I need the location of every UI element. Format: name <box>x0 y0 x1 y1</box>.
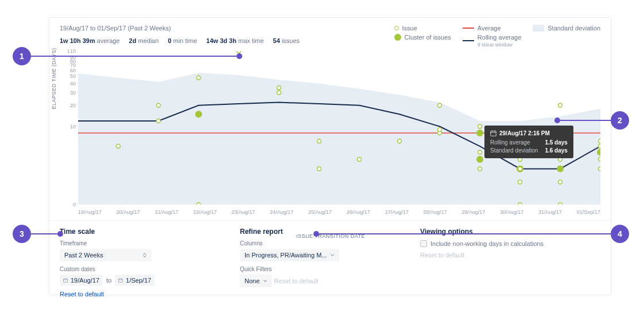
y-tick: 50 <box>70 73 76 79</box>
svg-point-35 <box>558 103 562 107</box>
filters-value: None <box>245 277 259 284</box>
to-date-value: 1/Sep/17 <box>126 277 151 284</box>
chart-area[interactable]: ELAPSED TIME (DAYS) 01020304050607080901… <box>60 51 602 223</box>
svg-point-9 <box>157 103 161 107</box>
select-arrows-icon <box>142 253 147 257</box>
from-date-value: 19/Aug/17 <box>71 277 99 284</box>
header-row: 19/Aug/17 to 01/Sep/17 (Past 2 Weeks) Is… <box>60 25 600 48</box>
svg-point-1 <box>476 156 483 163</box>
stat-average-lbl: average <box>97 37 120 44</box>
x-ticks: 19/Aug/1720/Aug/1721/Aug/1722/Aug/1723/A… <box>78 209 600 215</box>
legend-rolling-sub: 9 issue window <box>478 42 521 48</box>
x-tick: 28/Aug/17 <box>423 209 447 215</box>
svg-point-14 <box>277 86 281 90</box>
svg-point-39 <box>599 139 601 143</box>
custom-dates-label: Custom dates <box>60 266 240 272</box>
stdev-icon <box>533 25 544 32</box>
callout-2-badge: 2 <box>611 111 629 130</box>
svg-point-36 <box>599 167 601 171</box>
x-tick: 19/Aug/17 <box>78 209 102 215</box>
svg-point-37 <box>599 158 601 162</box>
x-tick: 29/Aug/17 <box>461 209 485 215</box>
svg-point-28 <box>518 167 522 171</box>
y-tick: 40 <box>70 81 76 87</box>
callout-3-badge: 3 <box>13 225 31 243</box>
svg-point-23 <box>478 167 482 171</box>
tooltip-row2-label: Standard deviation <box>490 147 538 154</box>
svg-point-11 <box>197 76 201 80</box>
svg-point-32 <box>558 180 562 184</box>
x-tick: 20/Aug/17 <box>117 209 140 215</box>
y-tick: 0 <box>73 202 76 208</box>
svg-point-16 <box>317 167 321 171</box>
tooltip-row1-value: 1.5 days <box>545 139 567 146</box>
columns-value: In Progress, PR/Awaiting M... <box>245 252 327 259</box>
svg-point-26 <box>518 203 522 205</box>
svg-rect-44 <box>64 279 68 282</box>
cluster-icon <box>394 34 401 41</box>
callout-3: 3 <box>13 225 63 243</box>
svg-point-12 <box>197 203 201 205</box>
to-label: to <box>106 277 111 284</box>
columns-select[interactable]: In Progress, PR/Awaiting M... <box>240 249 339 261</box>
x-tick: 22/Aug/17 <box>193 209 216 215</box>
chevron-down-icon <box>263 279 267 283</box>
legend-stdev: Standard deviation <box>548 25 600 32</box>
svg-point-18 <box>358 158 362 162</box>
filters-select[interactable]: None <box>240 275 272 287</box>
x-tick: 01/Sep/17 <box>577 209 600 215</box>
callout-4-badge: 4 <box>611 225 629 243</box>
svg-point-2 <box>476 130 483 136</box>
from-date-input[interactable]: 19/Aug/17 <box>60 275 103 286</box>
stat-median-lbl: median <box>138 37 159 44</box>
x-tick: 31/Aug/17 <box>538 209 562 215</box>
x-tick: 24/Aug/17 <box>270 209 293 215</box>
y-tick: 60 <box>70 68 76 73</box>
svg-point-27 <box>518 180 522 184</box>
tooltip-row2-value: 1.6 days <box>545 147 567 154</box>
x-tick: 21/Aug/17 <box>155 209 179 215</box>
y-tick: 20 <box>70 103 76 108</box>
stats-row: 1w 10h 39m average 2d median 0 min time … <box>60 37 300 44</box>
calendar-icon <box>490 130 496 136</box>
issue-icon <box>394 26 399 30</box>
svg-point-0 <box>195 111 202 118</box>
legend-cluster: Cluster of issues <box>405 34 451 41</box>
legend-average: Average <box>478 25 501 32</box>
callout-2: 2 <box>554 111 629 130</box>
tooltip-date: 29/Aug/17 2:16 PM <box>499 130 550 136</box>
svg-point-19 <box>398 139 402 143</box>
x-tick: 25/Aug/17 <box>308 209 332 215</box>
stat-issues-lbl: issues <box>282 37 300 44</box>
stat-max-lbl: max time <box>238 37 264 44</box>
chart-legend: Issue Cluster of issues Average Rolling … <box>394 25 600 48</box>
legend-rolling: Rolling average <box>478 34 521 41</box>
rolling-icon <box>463 40 474 41</box>
timeframe-select[interactable]: Past 2 Weeks <box>60 249 152 261</box>
legend-issue: Issue <box>402 25 417 32</box>
svg-point-24 <box>478 150 482 154</box>
chart-tooltip: 29/Aug/17 2:16 PM Rolling average1.5 day… <box>484 126 573 158</box>
time-scale-col: Time scale Timeframe Past 2 Weeks Custom… <box>60 228 240 288</box>
timeframe-label: Timeframe <box>60 240 240 247</box>
tooltip-row1-label: Rolling average <box>490 139 530 146</box>
time-scale-reset[interactable]: Reset to default <box>60 291 104 298</box>
callout-1: 1 <box>13 47 242 65</box>
date-range-text: 19/Aug/17 to 01/Sep/17 (Past 2 Weeks) <box>60 25 171 48</box>
stat-average-val: 1w 10h 39m <box>60 37 95 44</box>
refine-reset: Reset to default <box>274 277 318 284</box>
y-ticks: 0102030405060708090110 <box>60 51 77 205</box>
svg-point-31 <box>558 203 562 205</box>
stat-min-val: 0 <box>168 37 172 44</box>
svg-point-17 <box>317 139 321 143</box>
svg-point-5 <box>557 165 564 172</box>
filters-label: Quick Filters <box>240 266 420 272</box>
svg-point-8 <box>117 144 121 148</box>
y-tick: 30 <box>70 90 76 96</box>
calendar-icon <box>63 278 68 283</box>
x-tick: 27/Aug/17 <box>385 209 409 215</box>
to-date-input[interactable]: 1/Sep/17 <box>115 275 154 286</box>
svg-point-38 <box>599 144 601 148</box>
stat-issues-val: 54 <box>273 37 280 44</box>
callout-1-badge: 1 <box>13 47 31 65</box>
